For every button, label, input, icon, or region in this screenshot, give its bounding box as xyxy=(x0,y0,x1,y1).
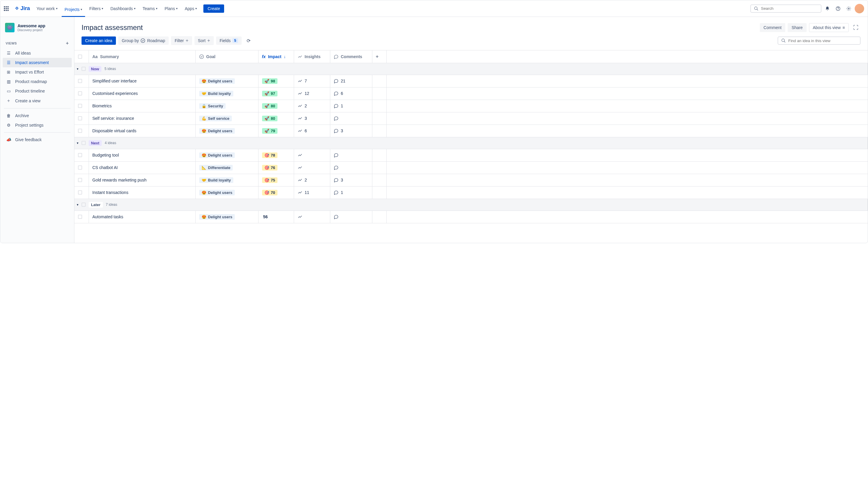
row-checkbox[interactable] xyxy=(78,79,82,83)
sidebar-item-impact-vs-effort[interactable]: ⊞Impact vs Effort xyxy=(3,67,72,77)
row-checkbox[interactable] xyxy=(78,215,82,219)
idea-row[interactable]: Customised experiences🤝Build loyalty🚀971… xyxy=(74,87,868,100)
idea-row[interactable]: Gold rewards marketing push🤝Build loyalt… xyxy=(74,174,868,186)
comments-cell[interactable]: 3 xyxy=(330,174,372,186)
settings-icon[interactable] xyxy=(844,4,854,13)
nav-plans[interactable]: Plans▾ xyxy=(161,4,181,13)
group-row[interactable]: ▾Now5 ideas xyxy=(74,63,868,75)
notifications-icon[interactable] xyxy=(823,4,832,13)
comment-button[interactable]: Comment xyxy=(760,23,785,32)
summary-cell[interactable]: Automated tasks xyxy=(89,211,195,223)
insights-cell[interactable]: 2 xyxy=(294,100,330,112)
about-view-button[interactable]: About this view≡ xyxy=(809,23,849,32)
nav-filters[interactable]: Filters▾ xyxy=(86,4,106,13)
sort-button[interactable]: Sort+ xyxy=(194,36,214,45)
insights-cell[interactable]: 11 xyxy=(294,186,330,199)
idea-row[interactable]: Simplified user interface😍Delight users🚀… xyxy=(74,75,868,87)
nav-dashboards[interactable]: Dashboards▾ xyxy=(107,4,138,13)
sidebar-project-settings[interactable]: ⚙Project settings xyxy=(3,120,72,130)
filter-button[interactable]: Filter+ xyxy=(171,36,192,45)
summary-cell[interactable]: Customised experiences xyxy=(89,88,195,100)
comments-cell[interactable] xyxy=(330,112,372,125)
create-button[interactable]: Create xyxy=(204,4,224,13)
group-checkbox[interactable] xyxy=(82,67,86,71)
summary-cell[interactable]: Simplified user interface xyxy=(89,75,195,87)
row-checkbox[interactable] xyxy=(78,178,82,182)
comments-cell[interactable] xyxy=(330,149,372,161)
insights-cell[interactable] xyxy=(294,162,330,174)
column-summary[interactable]: AaSummary xyxy=(89,51,195,63)
summary-cell[interactable]: Gold rewards marketing push xyxy=(89,174,195,186)
summary-cell[interactable]: Biometrics xyxy=(89,100,195,112)
insights-cell[interactable]: 6 xyxy=(294,125,330,137)
idea-row[interactable]: Self service: insurance💪Self service🚀803 xyxy=(74,112,868,125)
nav-your-work[interactable]: Your work▾ xyxy=(33,4,60,13)
insights-cell[interactable]: 2 xyxy=(294,174,330,186)
chevron-down-icon[interactable]: ▾ xyxy=(77,141,79,145)
row-checkbox[interactable] xyxy=(78,190,82,194)
refresh-icon[interactable]: ⟳ xyxy=(244,36,253,45)
column-comments[interactable]: Comments xyxy=(330,51,372,63)
insights-cell[interactable]: 3 xyxy=(294,112,330,125)
column-impact[interactable]: fxImpact↓ xyxy=(258,51,294,63)
insights-cell[interactable]: 12 xyxy=(294,88,330,100)
jira-logo[interactable]: Jira xyxy=(12,5,32,11)
sidebar-item-create-view[interactable]: +Create a view xyxy=(3,96,72,106)
project-header[interactable]: 👾 Awesome app Discovery project xyxy=(3,22,72,38)
summary-cell[interactable]: CS chatbot AI xyxy=(89,162,195,174)
add-view-icon[interactable]: + xyxy=(66,41,69,46)
idea-row[interactable]: Budgeting tool😍Delight users🎯78 xyxy=(74,149,868,161)
sidebar-give-feedback[interactable]: 📣Give feedback xyxy=(3,135,72,145)
user-avatar[interactable] xyxy=(855,4,864,13)
insights-cell[interactable] xyxy=(294,211,330,223)
insights-cell[interactable]: 7 xyxy=(294,75,330,87)
summary-cell[interactable]: Self service: insurance xyxy=(89,112,195,125)
sidebar-item-impact-assessment[interactable]: ☰Impact assesment xyxy=(3,58,72,67)
insights-cell[interactable] xyxy=(294,149,330,161)
sidebar-item-all-ideas[interactable]: ☰All ideas xyxy=(3,48,72,58)
comments-cell[interactable]: 6 xyxy=(330,88,372,100)
nav-teams[interactable]: Teams▾ xyxy=(140,4,160,13)
fullscreen-icon[interactable]: ⛶ xyxy=(851,23,861,32)
sidebar-item-product-timeline[interactable]: ▭Product timeline xyxy=(3,86,72,96)
column-goal[interactable]: Goal xyxy=(195,51,258,63)
comments-cell[interactable] xyxy=(330,162,372,174)
create-idea-button[interactable]: Create an idea xyxy=(82,36,116,45)
summary-cell[interactable]: Disposable virtual cards xyxy=(89,125,195,137)
nav-apps[interactable]: Apps▾ xyxy=(182,4,200,13)
find-idea-box[interactable] xyxy=(778,36,861,45)
global-search[interactable] xyxy=(750,4,822,13)
row-checkbox[interactable] xyxy=(78,165,82,170)
group-checkbox[interactable] xyxy=(82,141,86,145)
idea-row[interactable]: Automated tasks😍Delight users56 xyxy=(74,211,868,223)
group-checkbox[interactable] xyxy=(82,203,86,207)
group-row[interactable]: ▾Next4 ideas xyxy=(74,137,868,149)
idea-row[interactable]: CS chatbot AI📐Differentiate🎯76 xyxy=(74,161,868,174)
sidebar-item-product-roadmap[interactable]: ▥Product roadmap xyxy=(3,77,72,86)
add-column[interactable]: + xyxy=(372,51,386,63)
share-button[interactable]: Share xyxy=(788,23,806,32)
idea-row[interactable]: Biometrics🔒Security🚀8021 xyxy=(74,100,868,112)
group-row[interactable]: ▾Later7 ideas xyxy=(74,199,868,211)
search-input[interactable] xyxy=(761,6,818,11)
column-insights[interactable]: Insights xyxy=(294,51,330,63)
summary-cell[interactable]: Budgeting tool xyxy=(89,149,195,161)
chevron-down-icon[interactable]: ▾ xyxy=(77,67,79,71)
chevron-down-icon[interactable]: ▾ xyxy=(77,203,79,207)
row-checkbox[interactable] xyxy=(78,129,82,133)
comments-cell[interactable]: 21 xyxy=(330,75,372,87)
select-all-checkbox[interactable] xyxy=(78,55,82,59)
app-switcher-icon[interactable] xyxy=(4,6,9,11)
row-checkbox[interactable] xyxy=(78,116,82,120)
idea-row[interactable]: Instant transactions😍Delight users🎯70111 xyxy=(74,186,868,199)
find-idea-input[interactable] xyxy=(788,38,857,43)
summary-cell[interactable]: Instant transactions xyxy=(89,186,195,199)
row-checkbox[interactable] xyxy=(78,104,82,108)
group-by-button[interactable]: Group by Roadmap xyxy=(118,36,169,45)
row-checkbox[interactable] xyxy=(78,91,82,95)
row-checkbox[interactable] xyxy=(78,153,82,157)
comments-cell[interactable]: 3 xyxy=(330,125,372,137)
comments-cell[interactable] xyxy=(330,211,372,223)
nav-projects[interactable]: Projects▾ xyxy=(62,5,85,17)
sidebar-archive[interactable]: 🗑Archive xyxy=(3,111,72,120)
